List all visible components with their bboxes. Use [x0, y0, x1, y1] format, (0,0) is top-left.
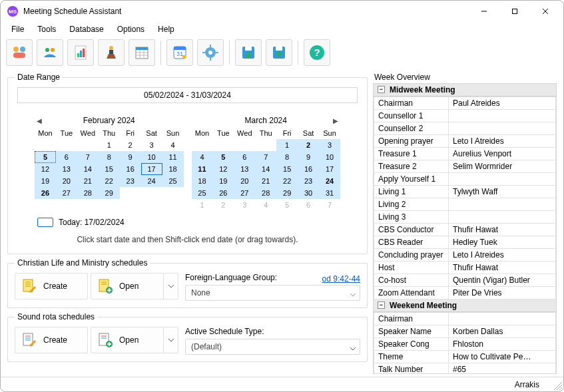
table-row[interactable]: Speaker CongFhloston — [374, 338, 556, 351]
week-overview-legend: Week Overview — [373, 73, 557, 83]
row-value: Piter De Vries — [449, 287, 556, 299]
clm-open-dropdown[interactable] — [164, 273, 178, 299]
gear-icon[interactable] — [197, 39, 224, 66]
active-schedule-label: Active Schedule Type: — [185, 327, 360, 339]
chevron-down-icon — [168, 284, 174, 289]
row-label: Concluding prayer — [374, 249, 449, 262]
weekend-section-header[interactable]: − Weekend Meeting — [374, 299, 556, 312]
srs-open-button[interactable]: Open — [91, 327, 164, 353]
row-label: Living 3 — [374, 211, 449, 224]
today-row[interactable]: Today: 17/02/2024 — [17, 214, 358, 228]
table-row[interactable]: Speaker NameKorben Dallas — [374, 325, 556, 338]
row-value: How to Cultivate Pe… — [449, 351, 556, 363]
calendar-icon[interactable] — [129, 39, 155, 66]
table-row[interactable]: HostThufir Hawat — [374, 262, 556, 274]
table-row[interactable]: Counsellor 2 — [374, 122, 556, 135]
table-row[interactable]: Living 3 — [374, 211, 556, 224]
calendar-february[interactable]: ◀ February 2024 MonTueWedThuFriSatSun 12… — [35, 114, 184, 211]
minimize-button[interactable] — [469, 1, 499, 22]
clm-create-button[interactable]: Create — [15, 273, 88, 299]
table-row[interactable]: Co-hostQuentin (Vigar) Butler — [374, 274, 556, 287]
table-row[interactable]: Opening prayerLeto I Atreides — [374, 135, 556, 148]
gcal-icon[interactable]: 31 — [166, 39, 193, 66]
menu-item-database[interactable]: Database — [63, 23, 110, 35]
svg-line-59 — [559, 387, 562, 390]
srs-open-dropdown[interactable] — [164, 327, 178, 353]
table-row[interactable]: Living 2 — [374, 198, 556, 211]
table-row[interactable]: Talk Number#65 — [374, 363, 556, 375]
close-button[interactable] — [530, 1, 561, 22]
clm-open-button[interactable]: Open — [91, 273, 164, 299]
table-row[interactable]: Living 1Tylwyth Waff — [374, 186, 556, 198]
foreign-group-select[interactable]: None — [185, 285, 360, 301]
row-value — [449, 110, 556, 122]
next-calendar-button[interactable]: ▶ — [331, 117, 340, 124]
active-schedule-select[interactable]: (Default) — [185, 339, 360, 355]
row-value: Thufir Hawat — [449, 224, 556, 236]
svg-rect-6 — [13, 53, 25, 58]
srs-create-label: Create — [43, 335, 67, 345]
chart-sheet-icon[interactable] — [67, 39, 94, 66]
row-value — [449, 198, 556, 211]
calendar-march[interactable]: March 2024 ▶ MonTueWedThuFriSatSun 123 4… — [192, 114, 341, 211]
menu-item-tools[interactable]: Tools — [31, 23, 63, 35]
table-row[interactable]: CBS ConductorThufir Hawat — [374, 224, 556, 236]
row-value — [449, 173, 556, 186]
table-row[interactable]: ThemeHow to Cultivate Pe… — [374, 351, 556, 363]
table-row[interactable]: CBS ReaderHedley Tuek — [374, 236, 556, 249]
users-hands-icon[interactable] — [37, 39, 63, 66]
disk-download-icon[interactable] — [235, 39, 262, 66]
table-row[interactable]: Treasure 1Aurelius Venport — [374, 148, 556, 160]
svg-point-8 — [51, 48, 55, 52]
row-label: Speaker Name — [374, 325, 449, 338]
table-row[interactable]: Zoom AttendantPiter De Vries — [374, 287, 556, 299]
table-row[interactable]: ChairmanPaul Atreides — [374, 97, 556, 110]
app-window: MS Meeting Schedule Assistant File Tools… — [0, 0, 564, 392]
menu-item-options[interactable]: Options — [111, 23, 151, 35]
menu-item-file[interactable]: File — [5, 23, 31, 35]
row-value: Paul Atreides — [449, 97, 556, 110]
row-label: Chairman — [374, 313, 449, 325]
svg-rect-22 — [174, 47, 186, 50]
srs-legend: Sound rota schedules — [15, 312, 97, 321]
srs-open-label: Open — [119, 335, 139, 345]
svg-rect-14 — [109, 50, 113, 54]
clm-legend: Christian Life and Ministry schedules — [15, 258, 150, 268]
help-icon[interactable]: ? — [304, 39, 330, 66]
resize-grip-icon[interactable] — [551, 379, 563, 391]
row-value: Thufir Hawat — [449, 262, 556, 274]
row-label: Living 1 — [374, 186, 449, 198]
speaker-podium-icon[interactable] — [98, 39, 125, 66]
clm-open-label: Open — [119, 282, 139, 291]
collapse-icon[interactable]: − — [378, 86, 385, 93]
maximize-button[interactable] — [499, 1, 530, 22]
prev-calendar-button[interactable]: ◀ — [35, 117, 44, 124]
srs-group: Sound rota schedules Create Open — [7, 312, 368, 362]
table-row[interactable]: Chairman — [374, 313, 556, 325]
od-link[interactable]: od 9:42-44 — [322, 274, 360, 284]
disk-upload-icon[interactable] — [266, 39, 292, 66]
collapse-icon[interactable]: − — [378, 301, 385, 309]
people-group-icon[interactable] — [6, 39, 33, 66]
weekend-table: ChairmanSpeaker NameKorben DallasSpeaker… — [374, 312, 556, 374]
svg-line-58 — [557, 385, 562, 390]
row-label: Zoom Attendant — [374, 287, 449, 299]
svg-point-26 — [208, 51, 212, 55]
table-row[interactable]: Apply Yourself 1 — [374, 173, 556, 186]
table-row[interactable]: Treasure 2Selim Wormrider — [374, 160, 556, 173]
menu-item-help[interactable]: Help — [151, 23, 181, 35]
svg-text:31: 31 — [176, 51, 183, 57]
midweek-section-header[interactable]: − Midweek Meeting — [374, 84, 556, 97]
app-title: Meeting Schedule Assistant — [23, 7, 469, 16]
table-row[interactable]: Concluding prayerLeto I Atreides — [374, 249, 556, 262]
svg-rect-28 — [210, 58, 211, 61]
srs-create-button[interactable]: Create — [15, 327, 88, 353]
row-value: Leto I Atreides — [449, 249, 556, 262]
row-label: Theme — [374, 351, 449, 363]
status-text: Arrakis — [515, 380, 539, 389]
row-label: Speaker Cong — [374, 338, 449, 351]
row-label: Treasure 2 — [374, 160, 449, 173]
app-icon: MS — [7, 6, 18, 17]
table-row[interactable]: Counsellor 1 — [374, 110, 556, 122]
svg-rect-30 — [216, 52, 218, 53]
